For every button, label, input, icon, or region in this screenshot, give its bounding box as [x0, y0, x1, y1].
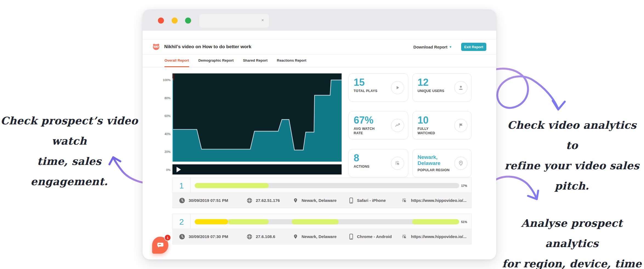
watch-progress-segment: [195, 183, 269, 188]
session-detail: 30/09/2019 07:30 PM: [179, 229, 228, 244]
pin-outline-icon: [454, 157, 467, 170]
browser-tab[interactable]: ×: [199, 14, 269, 28]
clock-icon: [179, 198, 185, 204]
watch-percent-label: 51%: [461, 214, 467, 230]
browser-chrome-bar: ×: [143, 9, 496, 31]
session-detail: https://www.hippovideo.io/...: [401, 229, 467, 244]
session-meta-strip: 30/09/2019 07:30 PM27.6.108.6Newark, Del…: [173, 229, 471, 244]
annotation-left-line1: Check prospect’s video watch: [0, 111, 138, 151]
tab-shared-report[interactable]: Shared Report: [243, 55, 268, 67]
marketing-screenshot: Check prospect’s video watch time, sales…: [0, 0, 644, 269]
close-window-button[interactable]: [158, 18, 164, 24]
y-tick-label: 80%: [154, 96, 171, 100]
globe-icon: [247, 198, 252, 203]
report-header: Nikhil’s video on How to do better work …: [143, 39, 496, 55]
minimize-window-button[interactable]: [172, 18, 178, 24]
video-progress-scrubber[interactable]: [172, 162, 342, 164]
stat-card-popular-region: Newark, DelawarePOPULAR REGION: [412, 149, 472, 177]
session-detail: 27.62.51.176: [247, 193, 280, 208]
play-icon: [391, 81, 404, 94]
session-row-1: 117%30/09/2019 07:51 PM27.62.51.176Newar…: [172, 178, 472, 208]
hippo-video-logo: [152, 43, 160, 50]
annotation-left: Check prospect’s video watch time, sales…: [0, 111, 138, 192]
click-icon: [391, 157, 404, 170]
download-report-label: Download Report: [413, 45, 447, 49]
session-detail: Newark, Delaware: [293, 193, 337, 208]
watch-progress-bar: [195, 219, 459, 224]
stat-card-actions: 8ACTIONS: [348, 149, 408, 177]
session-detail-text: 30/09/2019 07:30 PM: [189, 234, 228, 239]
session-detail-text: Newark, Delaware: [302, 198, 337, 203]
stat-card-unique-users: 12UNIQUE USERS: [412, 73, 472, 102]
video-watch-heatmap: [172, 73, 342, 174]
phone-icon: [349, 198, 353, 204]
stats-grid: 15TOTAL PLAYS12UNIQUE USERS67%AVG WATCH …: [348, 73, 472, 177]
session-detail-text[interactable]: https://www.hippovideo.io/...: [411, 234, 467, 239]
exit-report-button[interactable]: Exit Report: [461, 43, 486, 51]
chevron-down-icon: ▾: [450, 45, 451, 49]
session-detail-text: 27.6.108.6: [256, 234, 275, 239]
watch-progress-segment: [292, 219, 339, 224]
stat-card-avg-watch: 67%AVG WATCH RATE: [348, 111, 408, 139]
y-tick-label: 0%: [154, 168, 171, 171]
annotation-tr-line1: Check video analytics to: [501, 115, 643, 156]
video-control-bar: [172, 164, 342, 174]
stat-card-fully: 10FULLY WATCHED: [412, 111, 472, 139]
session-detail: https://www.hippovideo.io/...: [401, 193, 467, 208]
annotation-top-right: Check video analytics to refine your vid…: [501, 115, 643, 196]
y-tick-label: 40%: [154, 132, 171, 136]
session-row-2: 251%30/09/2019 07:30 PM27.6.108.6Newark,…: [172, 214, 472, 244]
annotation-bottom-right: Analyse prospect analytics for region, d…: [501, 213, 643, 269]
report-tab-bar: Overall ReportDemographic ReportShared R…: [143, 55, 496, 67]
session-index: 2: [173, 214, 191, 230]
watch-percent-label: 17%: [461, 178, 467, 193]
session-meta-strip: 30/09/2019 07:51 PM27.62.51.176Newark, D…: [173, 193, 471, 208]
session-index: 1: [173, 178, 191, 193]
session-bar-section: 251%: [173, 214, 471, 230]
session-detail: 30/09/2019 07:51 PM: [179, 193, 228, 208]
video-report-title: Nikhil’s video on How to do better work: [164, 44, 251, 50]
tab-close-icon[interactable]: ×: [261, 18, 264, 23]
watch-progress-segment: [195, 219, 228, 224]
annotation-left-line2: time, sales engagement.: [0, 151, 138, 192]
chart-marker: [173, 74, 174, 81]
pin-icon: [293, 234, 298, 239]
tab-overall-report[interactable]: Overall Report: [164, 55, 189, 67]
click-icon: [401, 198, 407, 204]
download-report-dropdown[interactable]: Download Report ▾: [413, 45, 451, 49]
chart-axis-line: [172, 78, 173, 174]
clock-icon: [179, 234, 185, 240]
click-icon: [401, 234, 407, 240]
tab-reactions-report[interactable]: Reactions Report: [277, 55, 307, 67]
maximize-window-button[interactable]: [185, 18, 191, 24]
y-tick-label: 20%: [154, 150, 171, 153]
watch-rate-area-chart: [172, 73, 342, 174]
session-detail-text: 27.62.51.176: [256, 198, 280, 203]
annotation-br-line2: for region, device, time etc.: [501, 254, 643, 269]
y-tick-label: 60%: [154, 114, 171, 118]
watch-progress-bar: [195, 183, 459, 188]
pin-icon: [293, 198, 298, 203]
y-tick-label: 100%: [154, 78, 171, 82]
session-detail: Newark, Delaware: [293, 229, 337, 244]
user-icon: [454, 81, 467, 94]
annotation-tr-line2: refine your video sales pitch.: [501, 156, 643, 196]
session-detail-text[interactable]: https://www.hippovideo.io/...: [411, 198, 467, 203]
play-button[interactable]: [177, 167, 181, 172]
watch-progress-segment: [412, 219, 459, 224]
chat-notification-badge: 1: [164, 234, 171, 241]
flag-icon: [454, 119, 467, 132]
session-detail-text: Chrome - Android: [357, 234, 392, 239]
trend-icon: [391, 119, 404, 132]
watch-progress-segment: [228, 219, 269, 224]
phone-icon: [349, 234, 353, 240]
session-detail-text: 30/09/2019 07:51 PM: [189, 198, 228, 203]
session-detail-text: Safari - iPhone: [357, 198, 386, 203]
browser-window: × Nikhil’s video on How to do better wor…: [143, 9, 496, 259]
globe-icon: [247, 234, 252, 239]
tab-demographic-report[interactable]: Demographic Report: [198, 55, 234, 67]
session-detail: Safari - iPhone: [349, 193, 386, 208]
chat-bubble-icon: [157, 242, 164, 248]
session-detail: Chrome - Android: [349, 229, 392, 244]
session-bar-section: 117%: [173, 178, 471, 193]
